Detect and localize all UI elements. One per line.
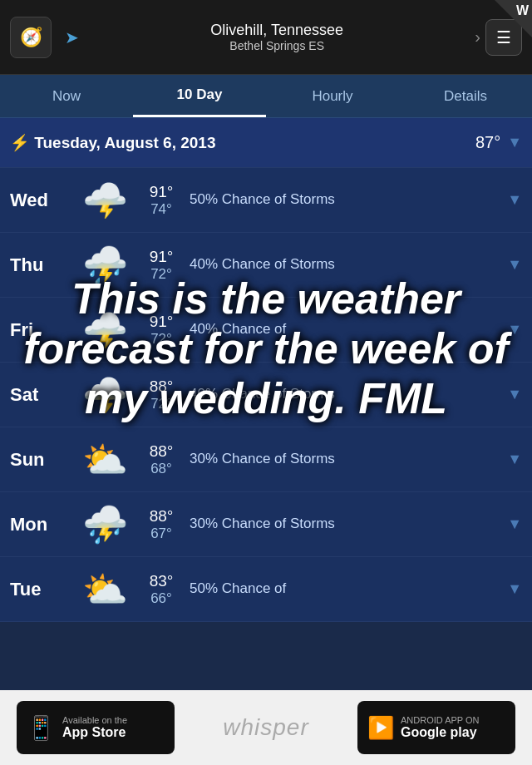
- day-label: Sun: [10, 449, 76, 471]
- tab-bar: Now 10 Day Hourly Details: [0, 75, 532, 118]
- app-store-bottom-label: App Store: [62, 725, 127, 740]
- day-label: Mon: [10, 514, 76, 536]
- location-name: Olivehill, Tennessee: [79, 22, 475, 39]
- corner-w-label: W: [516, 3, 529, 18]
- tab-now[interactable]: Now: [0, 75, 133, 117]
- temp-high: 88°: [133, 442, 190, 461]
- weather-icon: 🌩️: [76, 308, 133, 352]
- row-chevron-down: ▼: [507, 256, 522, 274]
- tab-hourly[interactable]: Hourly: [266, 75, 399, 117]
- app-store-top-label: Available on the: [62, 715, 127, 725]
- forecast-rows: Wed 🌩️ 91° 74° 50% Chance of Storms ▼ Th…: [0, 168, 532, 622]
- tab-details[interactable]: Details: [399, 75, 532, 117]
- temps: 88° 67°: [133, 507, 190, 542]
- header-date: ⚡ Tuesday, August 6, 2013: [10, 133, 216, 152]
- temps: 83° 66°: [133, 572, 190, 607]
- forecast-row[interactable]: Sun ⛅ 88° 68° 30% Chance of Storms ▼: [0, 427, 532, 492]
- temp-high: 91°: [133, 183, 190, 201]
- google-play-icon: ▶️: [367, 715, 394, 741]
- top-bar-left: 🧭 ➤: [10, 17, 79, 58]
- location-arrow-icon: ➤: [65, 27, 79, 47]
- row-chevron-down: ▼: [507, 191, 522, 209]
- google-play-bottom-label: Google play: [401, 725, 480, 740]
- location-sub: Bethel Springs ES: [79, 39, 475, 52]
- temps: 91° 74°: [133, 183, 190, 218]
- weather-desc: 50% Chance of: [190, 580, 500, 598]
- tab-10day[interactable]: 10 Day: [133, 75, 266, 117]
- menu-lines-icon: ☰: [496, 27, 511, 47]
- temp-high: 88°: [133, 507, 190, 526]
- weather-desc: 40% Chance of: [190, 320, 500, 338]
- weather-icon: ⛈️: [76, 503, 133, 546]
- whisper-logo: whisper: [223, 714, 308, 741]
- weather-desc: 40% Chance of Storms: [190, 385, 500, 403]
- header-temp: 87°: [475, 133, 500, 152]
- day-label: Fri: [10, 319, 76, 341]
- temp-low: 72°: [133, 331, 190, 348]
- weather-list: ⚡ Tuesday, August 6, 2013 87° ▼ Wed 🌩️ 9…: [0, 118, 532, 622]
- temps: 91° 72°: [133, 248, 190, 283]
- forecast-row[interactable]: Fri 🌩️ 91° 72° 40% Chance of ▼: [0, 298, 532, 363]
- weather-desc: 50% Chance of Storms: [190, 190, 500, 209]
- temps: 88° 68°: [133, 442, 190, 477]
- apple-icon: 📱: [27, 714, 56, 742]
- temp-low: 72°: [133, 266, 190, 283]
- forecast-row[interactable]: Mon ⛈️ 88° 67° 30% Chance of Storms ▼: [0, 492, 532, 557]
- location-center: Olivehill, Tennessee Bethel Springs ES: [79, 22, 475, 52]
- day-label: Thu: [10, 254, 76, 276]
- menu-button[interactable]: 🧭: [10, 17, 52, 58]
- weather-desc: 30% Chance of Storms: [190, 515, 500, 533]
- row-chevron-down: ▼: [507, 451, 522, 468]
- google-play-text: ANDROID APP ON Google play: [401, 715, 480, 740]
- weather-icon: 🌩️: [76, 373, 133, 417]
- temp-high: 91°: [133, 248, 190, 266]
- day-label: Wed: [10, 190, 76, 211]
- temp-low: 66°: [133, 590, 190, 607]
- temp-high: 83°: [133, 572, 190, 590]
- forecast-row[interactable]: Thu ⛈️ 91° 72° 40% Chance of Storms ▼: [0, 233, 532, 298]
- weather-icon: ⛅: [76, 568, 133, 611]
- forecast-row[interactable]: Tue ⛅ 83° 66° 50% Chance of ▼: [0, 557, 532, 622]
- top-bar-right: › ☰: [475, 19, 522, 56]
- header-chevron-down: ▼: [507, 134, 522, 151]
- app-store-text: Available on the App Store: [62, 715, 127, 740]
- temps: 91° 72°: [133, 313, 190, 348]
- temp-low: 72°: [133, 396, 190, 412]
- bottom-bar: 📱 Available on the App Store whisper ▶️ …: [0, 690, 532, 765]
- day-label: Tue: [10, 579, 76, 600]
- weather-icon: ⛅: [76, 438, 133, 481]
- temps: 88° 72°: [133, 378, 190, 412]
- row-chevron-down: ▼: [507, 386, 522, 403]
- compass-icon: 🧭: [20, 27, 42, 48]
- weather-icon: ⛈️: [76, 244, 133, 287]
- temp-high: 91°: [133, 313, 190, 331]
- weather-icon: 🌩️: [76, 179, 133, 222]
- google-play-top-label: ANDROID APP ON: [401, 715, 480, 725]
- header-row[interactable]: ⚡ Tuesday, August 6, 2013 87° ▼: [0, 118, 532, 168]
- google-play-button[interactable]: ▶️ ANDROID APP ON Google play: [357, 701, 515, 754]
- app-store-button[interactable]: 📱 Available on the App Store: [17, 701, 175, 754]
- forecast-row[interactable]: Wed 🌩️ 91° 74° 50% Chance of Storms ▼: [0, 168, 532, 233]
- forecast-row[interactable]: Sat 🌩️ 88° 72° 40% Chance of Storms ▼: [0, 363, 532, 427]
- temp-high: 88°: [133, 378, 190, 396]
- top-bar: 🧭 ➤ Olivehill, Tennessee Bethel Springs …: [0, 0, 532, 75]
- row-chevron-down: ▼: [507, 516, 522, 533]
- temp-low: 67°: [133, 526, 190, 542]
- weather-desc: 40% Chance of Storms: [190, 255, 500, 274]
- temp-low: 68°: [133, 461, 190, 477]
- top-bar-right-button[interactable]: ☰: [485, 19, 522, 56]
- day-label: Sat: [10, 384, 76, 406]
- chevron-right-icon: ›: [475, 27, 480, 47]
- row-chevron-down: ▼: [507, 580, 522, 598]
- weather-desc: 30% Chance of Storms: [190, 450, 500, 468]
- row-chevron-down: ▼: [507, 321, 522, 338]
- temp-low: 74°: [133, 201, 190, 218]
